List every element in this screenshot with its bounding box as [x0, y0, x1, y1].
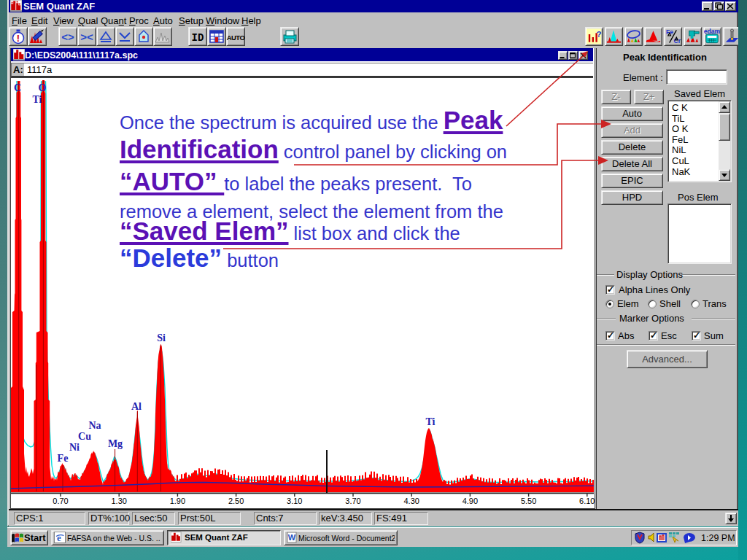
- svg-text:W: W: [288, 533, 296, 542]
- svg-text:<>: <>: [61, 31, 74, 43]
- svg-text:?: ?: [596, 30, 601, 39]
- svg-text:Fe: Fe: [666, 28, 673, 36]
- svg-text:AUTO: AUTO: [227, 34, 245, 42]
- svg-text:><: ><: [80, 31, 93, 43]
- svg-text:Cr: Cr: [673, 37, 681, 44]
- svg-text:!: !: [17, 33, 20, 44]
- svg-text:ID: ID: [192, 32, 204, 44]
- svg-text:e: e: [57, 532, 61, 543]
